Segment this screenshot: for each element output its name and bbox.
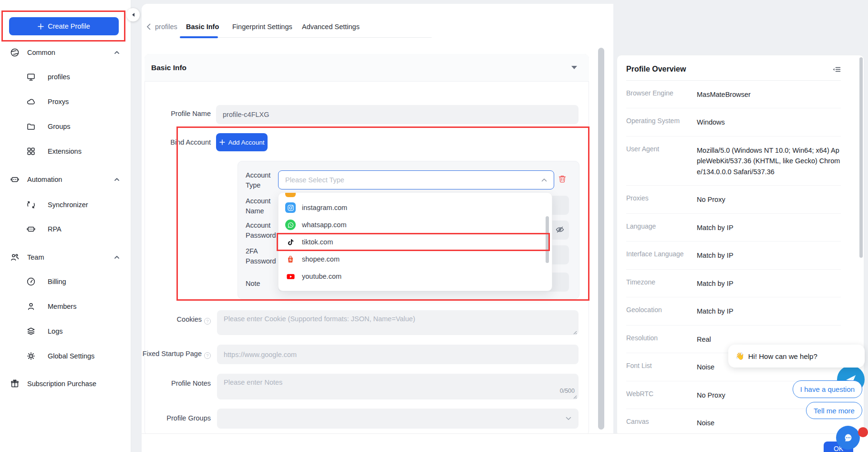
account-type-label: Account Type (246, 170, 280, 190)
wave-emoji-icon: 👋 (735, 352, 744, 360)
create-profile-label: Create Profile (48, 22, 90, 30)
main-scrollbar[interactable] (598, 48, 604, 430)
overview-scrollbar[interactable] (859, 57, 863, 258)
overview-row: Operating SystemWindows (626, 108, 841, 136)
chat-bubble-icon (843, 432, 853, 443)
sidebar-item-global-settings[interactable]: Global Settings (0, 347, 131, 366)
sidebar-item-rpa[interactable]: RPA (0, 220, 131, 239)
tiktok-icon (285, 237, 296, 247)
eye-slash-icon[interactable] (555, 225, 565, 234)
sidebar: Create Profile Common profiles Proxys Gr… (0, 0, 131, 452)
cookies-textarea[interactable] (217, 310, 579, 335)
resize-handle-icon[interactable] (572, 394, 577, 399)
sidebar-item-logs[interactable]: Logs (0, 322, 131, 341)
gear-icon (26, 351, 36, 361)
sidebar-collapse-toggle[interactable] (126, 8, 140, 21)
chat-notification-badge (858, 427, 868, 437)
help-icon (204, 352, 211, 359)
overview-row: Browser EngineMasMateBrowser (626, 81, 841, 108)
overview-row: TimezoneMatch by IP (626, 270, 841, 297)
dropdown-option-partial[interactable] (279, 193, 552, 199)
sidebar-item-proxys[interactable]: Proxys (0, 92, 131, 111)
create-profile-button[interactable]: Create Profile (9, 17, 119, 35)
sidebar-item-label: Members (48, 303, 76, 310)
startup-page-label: Fixed Startup Page (118, 350, 211, 359)
account-type-select[interactable]: Please Select Type (278, 170, 554, 189)
chevron-up-icon (541, 178, 547, 182)
active-tab-indicator (180, 36, 218, 38)
sidebar-item-label: Synchronizer (48, 201, 88, 209)
help-icon (204, 318, 211, 325)
collapse-caret-icon[interactable] (571, 66, 577, 69)
shopee-icon: S (285, 254, 296, 264)
sidebar-section-team[interactable]: Team (0, 248, 131, 267)
gauge-icon (26, 277, 36, 286)
sidebar-section-automation[interactable]: Automation (0, 170, 131, 189)
chat-more-button[interactable]: Tell me more (806, 402, 862, 419)
back-link-label: profiles (155, 23, 177, 31)
chat-launcher[interactable] (836, 426, 860, 450)
collapse-left-icon (131, 12, 135, 17)
collapse-panel-icon[interactable] (833, 66, 841, 73)
sidebar-item-extensions[interactable]: Extensions (0, 142, 131, 161)
add-account-button[interactable]: Add Account (216, 133, 268, 151)
sidebar-section-label: Common (27, 49, 55, 56)
sidebar-item-label: RPA (48, 225, 62, 233)
dropdown-option-shopee[interactable]: S shopee.com (279, 251, 552, 268)
sidebar-item-label: Subscription Purchase (27, 380, 96, 388)
folder-icon (26, 122, 36, 131)
sidebar-item-groups[interactable]: Groups (0, 117, 131, 136)
dropdown-scrollbar[interactable] (546, 216, 549, 263)
sidebar-item-billing[interactable]: Billing (0, 272, 131, 291)
account-name-label: Account Name (246, 196, 280, 216)
tab-basic-info[interactable]: Basic Info (186, 23, 219, 31)
sidebar-item-label: Global Settings (48, 352, 94, 360)
notes-char-counter: 0/500 (534, 388, 575, 394)
dropdown-option-tiktok[interactable]: tiktok.com (279, 233, 552, 251)
overview-row: GeolocationMatch by IP (626, 297, 841, 325)
bind-account-label: Bind Account (127, 138, 211, 146)
dropdown-option-instagram[interactable]: instagram.com (279, 199, 552, 216)
globe-icon (10, 48, 20, 57)
youtube-icon (285, 271, 296, 282)
sidebar-item-label: Extensions (48, 147, 82, 155)
chevron-left-icon (146, 23, 151, 30)
gift-icon (10, 379, 20, 389)
profile-name-input[interactable] (216, 105, 579, 124)
plus-icon (219, 139, 225, 145)
overview-title: Profile Overview (626, 65, 686, 74)
sidebar-section-common[interactable]: Common (0, 43, 131, 62)
sidebar-item-members[interactable]: Members (0, 297, 131, 316)
sidebar-item-label: Billing (48, 278, 66, 285)
sidebar-section-label: Team (27, 253, 44, 261)
instagram-icon (285, 202, 296, 213)
profile-notes-textarea[interactable] (217, 374, 579, 399)
tab-advanced-settings[interactable]: Advanced Settings (302, 23, 360, 31)
dropdown-option-youtube[interactable]: youtube.com (279, 268, 552, 285)
sidebar-item-label: Logs (48, 327, 62, 335)
basic-info-card-header[interactable] (145, 54, 589, 82)
account-type-dropdown: instagram.com whatsapp.com tiktok.com S … (278, 192, 552, 291)
monitor-icon (26, 72, 36, 82)
partial-brand-icon (285, 193, 296, 197)
sidebar-item-subscription-purchase[interactable]: Subscription Purchase (0, 374, 131, 393)
resize-handle-icon[interactable] (572, 330, 577, 335)
footer-bar (142, 433, 868, 452)
chevron-up-icon (114, 50, 120, 55)
basic-info-title: Basic Info (151, 63, 186, 72)
chat-question-button[interactable]: I have a question (793, 380, 862, 398)
dropdown-option-whatsapp[interactable]: whatsapp.com (279, 216, 552, 233)
svg-text:S: S (289, 258, 291, 262)
plus-icon (38, 23, 44, 30)
robot-icon (10, 175, 20, 184)
back-profiles-link[interactable]: profiles (146, 23, 177, 31)
overview-row: Interface LanguageMatch by IP (626, 242, 841, 269)
sidebar-item-label: Proxys (48, 98, 69, 105)
profile-groups-select[interactable] (217, 409, 579, 429)
note-label: Note (246, 279, 280, 289)
sidebar-item-profiles[interactable]: profiles (0, 67, 131, 86)
tab-fingerprint-settings[interactable]: Fingerprint Settings (232, 23, 292, 31)
startup-page-input[interactable] (217, 345, 579, 364)
sidebar-item-synchronizer[interactable]: Synchronizer (0, 195, 131, 214)
delete-account-icon[interactable] (558, 174, 567, 184)
